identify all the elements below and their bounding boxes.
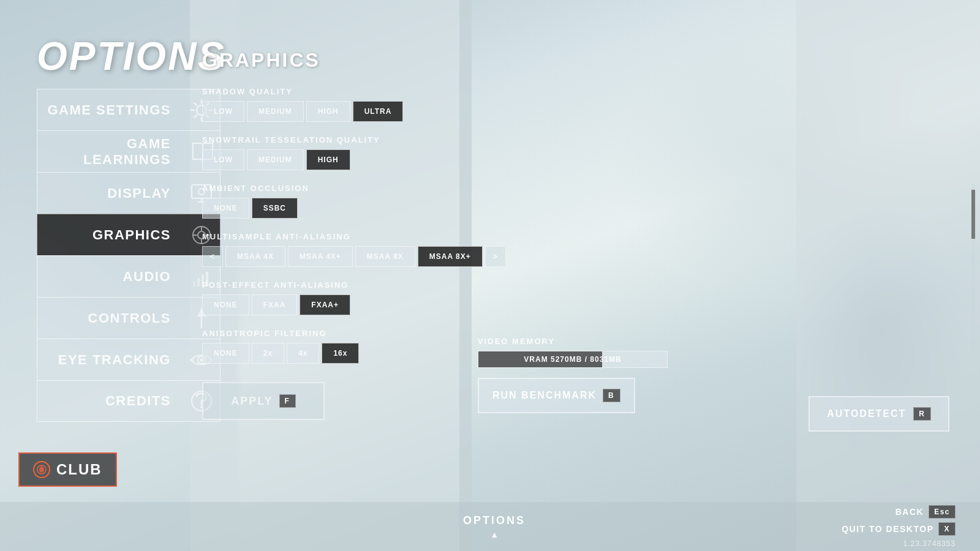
msaa-4xplus-btn[interactable]: MSAA 4X+: [288, 246, 353, 267]
vram-bar-text: VRAM 5270MB / 8031MB: [478, 351, 667, 367]
sidebar-item-credits[interactable]: CREDITS: [37, 380, 221, 422]
graphics-section-title: GRAPHICS: [202, 49, 472, 72]
shadow-quality-options: LOW MEDIUM HIGH ULTRA: [202, 101, 472, 122]
graphics-panel: GRAPHICS SHADOW QUALITY LOW MEDIUM HIGH …: [202, 49, 472, 420]
ambient-occlusion-options: NONE SSBC: [202, 198, 472, 219]
benchmark-key-badge: B: [603, 389, 620, 402]
peaa-fxaaplus-btn[interactable]: FXAA+: [300, 294, 350, 315]
shadow-ultra-btn[interactable]: ULTRA: [353, 101, 404, 122]
scroll-thumb[interactable]: [971, 190, 975, 239]
aniso-16x-btn[interactable]: 16x: [322, 343, 359, 364]
ambient-occlusion-section: AMBIENT OCCLUSION NONE SSBC: [202, 184, 472, 219]
aniso-none-btn[interactable]: NONE: [202, 343, 249, 364]
quit-key-badge: X: [938, 522, 956, 536]
sidebar: GAME SETTINGS GAME LEARNINGS DISPLAY: [37, 89, 221, 422]
aniso-2x-btn[interactable]: 2x: [252, 343, 284, 364]
msaa-8xplus-btn[interactable]: MSAA 8X+: [418, 246, 483, 267]
anisotropic-section: ANISOTROPIC FILTERING NONE 2x 4x 16x: [202, 329, 472, 364]
sidebar-item-audio[interactable]: AUDIO: [37, 255, 221, 297]
snowtrail-low-btn[interactable]: LOW: [202, 149, 244, 170]
post-effect-aa-section: POST-EFFECT ANTI-ALIASING NONE FXAA FXAA…: [202, 280, 472, 315]
shadow-medium-btn[interactable]: MEDIUM: [247, 101, 304, 122]
shadow-low-btn[interactable]: LOW: [202, 101, 244, 122]
vram-bar: VRAM 5270MB / 8031MB: [478, 351, 668, 368]
post-effect-aa-label: POST-EFFECT ANTI-ALIASING: [202, 280, 472, 290]
sidebar-item-graphics[interactable]: GRAPHICS: [37, 214, 221, 255]
bottom-options-label: OPTIONS: [463, 514, 526, 527]
ambient-occlusion-label: AMBIENT OCCLUSION: [202, 184, 472, 193]
back-key-badge: Esc: [929, 505, 956, 519]
snowtrail-high-btn[interactable]: HIGH: [306, 149, 350, 170]
peaa-none-btn[interactable]: NONE: [202, 294, 249, 315]
msaa-label: MULTISAMPLE ANTI-ALIASING: [202, 232, 472, 241]
svg-rect-8: [193, 282, 195, 287]
msaa-4x-btn[interactable]: MSAA 4X: [225, 246, 285, 267]
sidebar-item-display[interactable]: DISPLAY: [37, 172, 221, 214]
apply-button[interactable]: APPLY F: [202, 382, 325, 420]
msaa-options: < MSAA 4X MSAA 4X+ MSAA 8X MSAA 8X+ >: [202, 246, 472, 267]
sidebar-item-game-learnings[interactable]: GAME LEARNINGS: [37, 130, 221, 172]
bottom-bar: OPTIONS ▲ BACK Esc QUIT TO DESKTOP X 1.2…: [0, 502, 980, 551]
quit-label: QUIT TO DESKTOP: [842, 524, 933, 534]
snowtrail-section: SNOWTRAIL TESSELATION QUALITY LOW MEDIUM…: [202, 135, 472, 170]
bottom-center: OPTIONS ▲: [463, 514, 526, 539]
autodetect-label: AUTODETECT: [827, 408, 906, 419]
peaa-fxaa-btn[interactable]: FXAA: [252, 294, 298, 315]
aniso-4x-btn[interactable]: 4x: [287, 343, 319, 364]
snowtrail-options: LOW MEDIUM HIGH: [202, 149, 472, 170]
benchmark-label: RUN BENCHMARK: [492, 390, 597, 401]
msaa-prev-btn[interactable]: <: [202, 246, 223, 267]
snowtrail-label: SNOWTRAIL TESSELATION QUALITY: [202, 135, 472, 144]
shadow-quality-section: SHADOW QUALITY LOW MEDIUM HIGH ULTRA: [202, 87, 472, 122]
club-button[interactable]: CLUB: [18, 452, 117, 487]
video-memory-panel: VIDEO MEMORY VRAM 5270MB / 8031MB RUN BE…: [478, 337, 668, 413]
bottom-right: BACK Esc QUIT TO DESKTOP X 1.23.3748353: [842, 505, 956, 548]
autodetect-key-badge: R: [913, 407, 931, 421]
autodetect-button[interactable]: AUTODETECT R: [809, 396, 949, 432]
anisotropic-label: ANISOTROPIC FILTERING: [202, 329, 472, 338]
post-effect-aa-options: NONE FXAA FXAA+: [202, 294, 472, 315]
page-title: OPTIONS: [37, 34, 226, 79]
shadow-high-btn[interactable]: HIGH: [306, 101, 350, 122]
scrollbar[interactable]: [971, 184, 975, 355]
msaa-8x-btn[interactable]: MSAA 8X: [355, 246, 415, 267]
svg-rect-9: [197, 278, 200, 287]
club-icon: [33, 461, 50, 478]
apply-label: APPLY: [231, 395, 273, 408]
anisotropic-options: NONE 2x 4x 16x: [202, 343, 472, 364]
ao-ssbc-btn[interactable]: SSBC: [252, 198, 298, 219]
quit-action[interactable]: QUIT TO DESKTOP X: [842, 522, 956, 536]
snowtrail-medium-btn[interactable]: MEDIUM: [247, 149, 304, 170]
apply-key-badge: F: [279, 394, 296, 408]
sidebar-item-eye-tracking[interactable]: EYE TRACKING: [37, 339, 221, 380]
version-text: 1.23.3748353: [903, 539, 956, 548]
panel-far-right: [796, 0, 980, 551]
sidebar-item-game-settings[interactable]: GAME SETTINGS: [37, 89, 221, 130]
back-label: BACK: [895, 507, 924, 517]
ao-none-btn[interactable]: NONE: [202, 198, 249, 219]
sidebar-item-controls[interactable]: CONTROLS: [37, 297, 221, 339]
shadow-quality-label: SHADOW QUALITY: [202, 87, 472, 96]
vram-label: VIDEO MEMORY: [478, 337, 668, 346]
msaa-next-btn[interactable]: >: [485, 246, 506, 267]
back-action[interactable]: BACK Esc: [895, 505, 956, 519]
run-benchmark-button[interactable]: RUN BENCHMARK B: [478, 378, 635, 413]
club-label: CLUB: [56, 461, 102, 478]
bottom-arrow-icon: ▲: [490, 530, 499, 539]
msaa-section: MULTISAMPLE ANTI-ALIASING < MSAA 4X MSAA…: [202, 232, 472, 267]
